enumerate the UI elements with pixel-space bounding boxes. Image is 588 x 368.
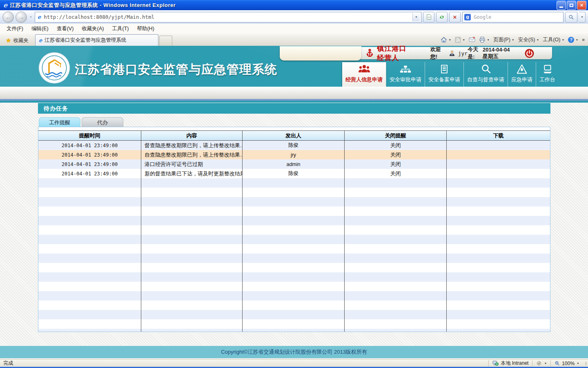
restore-button[interactable] <box>567 1 576 10</box>
nav-workbench[interactable]: 工作台 <box>536 62 559 87</box>
minimize-button[interactable] <box>557 1 566 10</box>
close-link[interactable]: 关闭 <box>345 169 447 178</box>
col-header-download: 下载 <box>447 131 550 140</box>
status-bar: 完成 本地 Intranet ▼ <box>0 359 588 367</box>
nav-label: 应急申请 <box>511 76 532 83</box>
panel-title: 待办任务 <box>38 103 550 114</box>
home-button[interactable]: ▼ <box>441 36 451 43</box>
table-row-empty <box>38 197 550 206</box>
search-options-dropdown[interactable]: ▼ <box>579 12 586 22</box>
table-row-empty <box>38 329 550 332</box>
print-button[interactable]: ▼ <box>479 36 490 43</box>
col-header-close: 关闭提醒 <box>345 131 447 140</box>
browser-tab[interactable]: e 江苏省港口安全监管与应急管理系统 <box>35 34 158 46</box>
menu-favorites[interactable]: 收藏夹(A) <box>78 24 108 34</box>
main-nav: 经营人信息申请 安全审批申请 <box>342 62 559 87</box>
help-button[interactable]: ? ▼ <box>568 37 578 43</box>
protected-mode-button[interactable]: ▼ <box>532 360 550 366</box>
role-label: 镇江港口经营人 <box>377 46 411 63</box>
page-dropdown-icon: ▼ <box>512 38 514 41</box>
nav-safety-approval[interactable]: 安全审批申请 <box>386 62 425 87</box>
menu-help[interactable]: 帮助(H) <box>133 24 158 34</box>
banner-sub-strip <box>0 87 588 99</box>
nav-emergency[interactable]: 应急申请 <box>508 62 536 87</box>
table-row[interactable]: 2014-04-01 23:49:00 督查隐患整改期限已到，请上传整改结果… … <box>38 141 550 150</box>
user-avatar-icon <box>449 50 455 56</box>
feeds-button[interactable]: ▼ <box>455 37 465 43</box>
stop-x-icon: × <box>453 13 457 20</box>
tab-title: 江苏省港口安全监管与应急管理系统 <box>45 37 126 44</box>
tab-todo[interactable]: 代办 <box>82 117 123 127</box>
compatibility-view-button[interactable] <box>423 12 434 22</box>
table-row-empty <box>38 254 550 263</box>
print-dropdown-icon[interactable]: ▼ <box>487 38 490 41</box>
date-label: 今天是: <box>468 46 479 61</box>
forward-button[interactable]: → <box>16 11 27 23</box>
feeds-dropdown-icon[interactable]: ▼ <box>462 38 465 41</box>
search-box[interactable]: g <box>462 12 564 22</box>
table-row[interactable]: 2014-04-01 23:49:00 新的督查结果已下达，请及时更新整改结果 … <box>38 169 550 178</box>
refresh-icon <box>439 14 445 20</box>
refresh-button[interactable] <box>436 12 448 22</box>
table-row-empty <box>38 206 550 216</box>
tools-menu-button[interactable]: 工具(O) ▼ <box>543 36 564 43</box>
menu-view[interactable]: 查看(V) <box>53 24 78 34</box>
content-tabs: 工作提醒 代办 <box>39 117 123 127</box>
page-favicon-icon: e <box>38 14 41 20</box>
table-body: 2014-04-01 23:49:00 督查隐患整改期限已到，请上传整改结果… … <box>38 141 550 332</box>
safety-menu-label: 安全(S) <box>518 36 535 43</box>
url-input[interactable] <box>43 13 412 20</box>
safety-menu-button[interactable]: 安全(S) ▼ <box>518 36 539 43</box>
table-header: 提醒时间 内容 发出人 关闭提醒 下载 <box>38 130 550 141</box>
role-tab <box>280 46 361 61</box>
close-button[interactable]: × <box>577 1 586 10</box>
command-overflow-icon[interactable]: » <box>582 37 585 43</box>
stop-button[interactable]: × <box>449 12 461 22</box>
close-link[interactable]: 关闭 <box>345 141 447 150</box>
back-button[interactable]: ← <box>2 11 14 23</box>
nav-label: 工作台 <box>539 76 555 83</box>
command-bar: ▼ ▼ ▼ <box>441 34 586 46</box>
content-area: 待办任务 工作提醒 代办 提醒时间 内容 发出人 关闭提醒 下载 2014-04… <box>0 103 588 346</box>
nav-operator-info[interactable]: 经营人信息申请 <box>342 62 386 87</box>
menu-file[interactable]: 文件(F) <box>2 24 27 34</box>
page-menu-label: 页面(P) <box>493 36 510 43</box>
page-menu-button[interactable]: 页面(P) ▼ <box>493 36 514 43</box>
nav-label: 自查与督查申请 <box>467 76 504 83</box>
site-banner: 江苏省港口安全监管与应急管理系统 镇江港口经营人 欢迎您! <box>0 46 588 87</box>
new-tab-button[interactable] <box>159 36 172 46</box>
search-input[interactable] <box>473 14 561 20</box>
tab-work-reminder[interactable]: 工作提醒 <box>39 117 80 127</box>
nav-label: 安全备案申请 <box>428 76 460 83</box>
close-link[interactable]: 关闭 <box>345 159 447 169</box>
logout-button[interactable] <box>525 49 534 58</box>
protected-mode-icon <box>536 361 542 366</box>
address-field[interactable]: e ▼ <box>35 12 421 22</box>
zoom-level: 100% <box>562 361 575 366</box>
menu-edit[interactable]: 编辑(E) <box>27 24 53 34</box>
home-dropdown-icon[interactable]: ▼ <box>448 38 451 41</box>
site-logo <box>38 52 70 84</box>
warning-icon <box>516 64 528 74</box>
menu-tools[interactable]: 工具(T) <box>108 24 133 34</box>
zone-label: 本地 Intranet <box>501 360 528 367</box>
search-go-button[interactable] <box>565 12 577 22</box>
history-dropdown-icon[interactable]: ▼ <box>29 16 32 18</box>
table-row[interactable]: 2014-04-01 23:49:00 港口经营许可证号已过期 admin 关闭 <box>38 159 550 169</box>
table-row-empty <box>38 244 550 254</box>
google-icon: g <box>464 14 471 20</box>
close-link[interactable]: 关闭 <box>345 150 447 159</box>
read-mail-button[interactable] <box>469 37 475 43</box>
nav-safety-record[interactable]: 安全备案申请 <box>425 62 463 87</box>
nav-label: 经营人信息申请 <box>345 76 383 83</box>
power-icon <box>525 49 534 58</box>
table-row-empty <box>38 301 550 310</box>
zoom-control[interactable]: 100% ▼ <box>550 360 583 366</box>
table-row[interactable]: 2014-04-01 23:49:00 自查隐患整改期限已到，请上传整改结果… … <box>38 150 550 159</box>
tab-bar: ★ 收藏夹 e 江苏省港口安全监管与应急管理系统 ▼ ▼ <box>0 34 588 46</box>
nav-inspection[interactable]: 自查与督查申请 <box>463 62 508 87</box>
table-row-empty <box>38 272 550 282</box>
document-icon <box>439 64 449 74</box>
favorites-button[interactable]: ★ 收藏夹 <box>2 35 33 46</box>
url-dropdown-button[interactable]: ▼ <box>412 13 420 21</box>
